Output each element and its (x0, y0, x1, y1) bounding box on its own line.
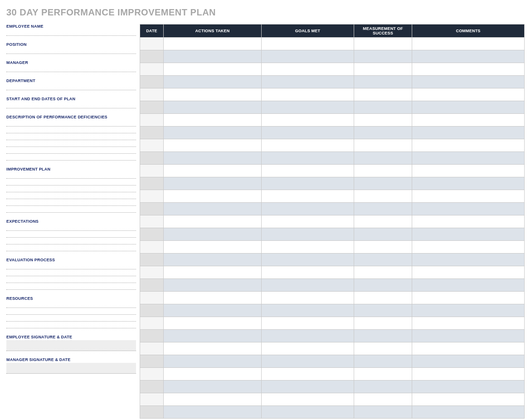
cell-actions[interactable] (164, 63, 262, 76)
cell-measurement[interactable] (354, 279, 412, 292)
cell-goals[interactable] (262, 88, 354, 101)
cell-measurement[interactable] (354, 127, 412, 139)
cell-goals[interactable] (262, 406, 354, 419)
cell-comments[interactable] (412, 165, 525, 177)
cell-actions[interactable] (164, 317, 262, 330)
cell-measurement[interactable] (354, 165, 412, 177)
cell-goals[interactable] (262, 63, 354, 76)
cell-comments[interactable] (412, 406, 525, 419)
cell-comments[interactable] (412, 393, 525, 406)
cell-date[interactable] (140, 50, 164, 63)
cell-actions[interactable] (164, 139, 262, 152)
cell-actions[interactable] (164, 381, 262, 393)
cell-measurement[interactable] (354, 215, 412, 228)
cell-comments[interactable] (412, 114, 525, 127)
cell-actions[interactable] (164, 406, 262, 419)
cell-actions[interactable] (164, 228, 262, 241)
cell-measurement[interactable] (354, 406, 412, 419)
cell-actions[interactable] (164, 279, 262, 292)
cell-actions[interactable] (164, 304, 262, 317)
cell-date[interactable] (140, 63, 164, 76)
cell-date[interactable] (140, 38, 164, 50)
cell-comments[interactable] (412, 266, 525, 279)
cell-actions[interactable] (164, 215, 262, 228)
cell-goals[interactable] (262, 101, 354, 114)
input-expectations-line[interactable] (6, 231, 136, 238)
cell-goals[interactable] (262, 381, 354, 393)
input-manager[interactable] (6, 66, 136, 72)
input-deficiencies-line[interactable] (6, 154, 136, 161)
cell-measurement[interactable] (354, 114, 412, 127)
cell-measurement[interactable] (354, 101, 412, 114)
cell-actions[interactable] (164, 342, 262, 355)
cell-goals[interactable] (262, 190, 354, 203)
cell-date[interactable] (140, 368, 164, 381)
cell-comments[interactable] (412, 190, 525, 203)
cell-comments[interactable] (412, 152, 525, 165)
cell-goals[interactable] (262, 330, 354, 342)
cell-comments[interactable] (412, 76, 525, 88)
cell-comments[interactable] (412, 139, 525, 152)
input-expectations-line[interactable] (6, 238, 136, 244)
cell-measurement[interactable] (354, 292, 412, 304)
input-resources-line[interactable] (6, 308, 136, 315)
input-resources-line[interactable] (6, 315, 136, 322)
cell-date[interactable] (140, 76, 164, 88)
cell-measurement[interactable] (354, 38, 412, 50)
input-employee-signature[interactable] (6, 340, 136, 351)
cell-comments[interactable] (412, 177, 525, 190)
input-evaluation-line[interactable] (6, 270, 136, 276)
cell-goals[interactable] (262, 304, 354, 317)
cell-comments[interactable] (412, 50, 525, 63)
cell-measurement[interactable] (354, 381, 412, 393)
input-resources-line[interactable] (6, 322, 136, 328)
cell-goals[interactable] (262, 152, 354, 165)
cell-measurement[interactable] (354, 330, 412, 342)
cell-actions[interactable] (164, 292, 262, 304)
cell-comments[interactable] (412, 101, 525, 114)
input-improvement-line[interactable] (6, 172, 136, 179)
cell-date[interactable] (140, 266, 164, 279)
cell-comments[interactable] (412, 254, 525, 266)
cell-goals[interactable] (262, 177, 354, 190)
cell-goals[interactable] (262, 266, 354, 279)
cell-actions[interactable] (164, 177, 262, 190)
input-employee-name[interactable] (6, 29, 136, 36)
cell-actions[interactable] (164, 330, 262, 342)
cell-comments[interactable] (412, 38, 525, 50)
cell-measurement[interactable] (354, 304, 412, 317)
cell-goals[interactable] (262, 76, 354, 88)
cell-measurement[interactable] (354, 190, 412, 203)
cell-goals[interactable] (262, 254, 354, 266)
cell-measurement[interactable] (354, 63, 412, 76)
cell-date[interactable] (140, 292, 164, 304)
cell-comments[interactable] (412, 228, 525, 241)
input-deficiencies-line[interactable] (6, 134, 136, 140)
cell-actions[interactable] (164, 50, 262, 63)
cell-measurement[interactable] (354, 241, 412, 254)
cell-comments[interactable] (412, 279, 525, 292)
input-improvement-line[interactable] (6, 193, 136, 199)
input-manager-signature[interactable] (6, 363, 136, 374)
cell-date[interactable] (140, 228, 164, 241)
cell-comments[interactable] (412, 355, 525, 368)
cell-date[interactable] (140, 241, 164, 254)
cell-date[interactable] (140, 355, 164, 368)
input-dates[interactable] (6, 102, 136, 108)
cell-comments[interactable] (412, 215, 525, 228)
cell-actions[interactable] (164, 355, 262, 368)
cell-goals[interactable] (262, 355, 354, 368)
cell-actions[interactable] (164, 165, 262, 177)
cell-comments[interactable] (412, 127, 525, 139)
cell-measurement[interactable] (354, 50, 412, 63)
cell-measurement[interactable] (354, 139, 412, 152)
cell-date[interactable] (140, 152, 164, 165)
cell-goals[interactable] (262, 368, 354, 381)
cell-actions[interactable] (164, 101, 262, 114)
cell-comments[interactable] (412, 63, 525, 76)
cell-comments[interactable] (412, 304, 525, 317)
cell-measurement[interactable] (354, 254, 412, 266)
cell-goals[interactable] (262, 50, 354, 63)
cell-date[interactable] (140, 190, 164, 203)
cell-date[interactable] (140, 381, 164, 393)
